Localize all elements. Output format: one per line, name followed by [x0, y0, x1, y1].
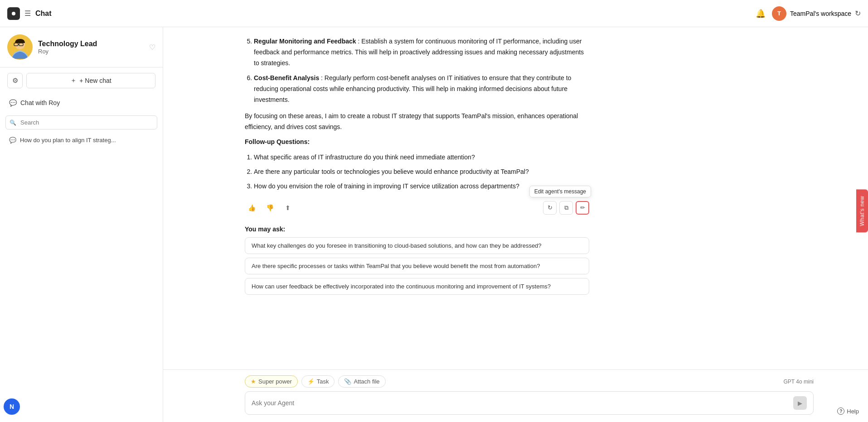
workspace-avatar: T: [772, 6, 786, 21]
copy-button[interactable]: ⧉: [559, 201, 573, 215]
edit-tooltip: Edit agent's message: [529, 186, 591, 197]
summary-text: By focusing on these areas, I aim to cre…: [245, 111, 589, 133]
input-toolbar: ★ Super power ⚡ Task 📎 Attach file GPT 4…: [245, 375, 814, 388]
help-button[interactable]: ? Help: [837, 408, 859, 415]
new-chat-label: + New chat: [79, 77, 111, 84]
regenerate-button[interactable]: ↻: [543, 201, 557, 215]
workspace-label: TeamPal's workspace: [790, 10, 851, 17]
chat-input-box: ▶: [245, 391, 814, 415]
action-bar-right: Edit agent's message ↻ ⧉ ✏: [543, 201, 589, 215]
sidebar-actions: ⚙ ＋ + New chat: [0, 67, 163, 94]
task-button[interactable]: ⚡ Task: [301, 375, 335, 388]
attach-button[interactable]: 📎 Attach file: [338, 375, 385, 388]
profile-role: Roy: [38, 48, 144, 55]
heart-icon[interactable]: ♡: [149, 43, 155, 52]
followup-label: Follow-up Questions:: [245, 138, 310, 145]
workspace-button[interactable]: T TeamPal's workspace ↻: [772, 6, 861, 21]
share-button[interactable]: ⬆: [281, 201, 295, 215]
super-power-button[interactable]: ★ Super power: [245, 375, 298, 388]
app-logo: [7, 7, 20, 20]
plus-icon: ＋: [70, 77, 77, 85]
sidebar: Technology Lead Roy ♡ ⚙ ＋ + New chat 💬 C…: [0, 27, 163, 422]
history-chat-icon: 💬: [9, 137, 16, 144]
item6-title: Cost-Benefit Analysis: [254, 74, 319, 82]
model-label: GPT 4o mini: [784, 379, 814, 385]
item5-title: Regular Monitoring and Feedback: [254, 38, 356, 45]
history-item-label: How do you plan to align IT strateg...: [20, 137, 116, 144]
action-bar: 👍 👎 ⬆ Edit agent's message ↻ ⧉ ✏: [245, 197, 589, 218]
user-initial: N: [10, 403, 14, 410]
chat-input[interactable]: [252, 399, 790, 407]
send-button[interactable]: ▶: [793, 396, 807, 410]
profile-name: Technology Lead: [38, 40, 144, 48]
lightning-icon: ⚡: [307, 378, 315, 385]
edit-agent-message-button[interactable]: ✏: [576, 201, 589, 215]
suggestion-card-1[interactable]: What key challenges do you foresee in tr…: [245, 237, 589, 254]
star-icon: ★: [251, 378, 256, 385]
followup-item-2: Are there any particular tools or techno…: [254, 167, 589, 177]
search-box: 🔍: [5, 115, 157, 129]
you-may-ask-section: You may ask: What key challenges do you …: [245, 225, 589, 295]
profile-section: Technology Lead Roy ♡: [0, 27, 163, 67]
thumbs-down-button[interactable]: 👎: [263, 201, 276, 215]
sidebar-nav: 💬 Chat with Roy: [0, 94, 163, 112]
search-icon: 🔍: [10, 120, 16, 126]
new-chat-button[interactable]: ＋ + New chat: [26, 73, 155, 88]
list-item: Regular Monitoring and Feedback : Establ…: [254, 36, 589, 68]
main-content: Regular Monitoring and Feedback : Establ…: [163, 27, 868, 422]
suggestion-card-2[interactable]: Are there specific processes or tasks wi…: [245, 258, 589, 274]
whats-new-tab[interactable]: What's new: [856, 190, 868, 233]
search-input[interactable]: [5, 115, 157, 129]
help-circle-icon: ?: [837, 408, 844, 415]
chat-bubble-icon: 💬: [9, 99, 17, 106]
input-area: ★ Super power ⚡ Task 📎 Attach file GPT 4…: [163, 369, 868, 422]
suggestion-card-3[interactable]: How can user feedback be effectively inc…: [245, 278, 589, 295]
settings-button[interactable]: ⚙: [7, 73, 23, 88]
user-avatar[interactable]: N: [4, 398, 20, 415]
profile-info: Technology Lead Roy: [38, 40, 144, 55]
message-content: Regular Monitoring and Feedback : Establ…: [245, 36, 589, 192]
action-bar-left: 👍 👎 ⬆: [245, 201, 295, 215]
you-may-ask-label: You may ask:: [245, 225, 589, 233]
refresh-icon[interactable]: ↻: [855, 9, 861, 18]
chat-with-roy-item[interactable]: 💬 Chat with Roy: [5, 96, 157, 110]
chat-body: Regular Monitoring and Feedback : Establ…: [163, 27, 868, 369]
super-power-label: Super power: [258, 378, 292, 385]
bell-icon[interactable]: 🔔: [756, 9, 766, 19]
avatar: [7, 34, 33, 60]
attach-label: Attach file: [354, 378, 379, 385]
paperclip-icon: 📎: [344, 378, 351, 385]
help-label: Help: [847, 408, 859, 415]
list-item: Cost-Benefit Analysis : Regularly perfor…: [254, 73, 589, 105]
history-item[interactable]: 💬 How do you plan to align IT strateg...: [0, 133, 163, 147]
followup-item-1: What specific areas of IT infrastructure…: [254, 152, 589, 163]
hamburger-icon[interactable]: ☰: [24, 9, 31, 18]
app-title: Chat: [35, 10, 52, 18]
task-label: Task: [317, 378, 329, 385]
thumbs-up-button[interactable]: 👍: [245, 201, 258, 215]
chat-with-roy-label: Chat with Roy: [20, 99, 60, 106]
